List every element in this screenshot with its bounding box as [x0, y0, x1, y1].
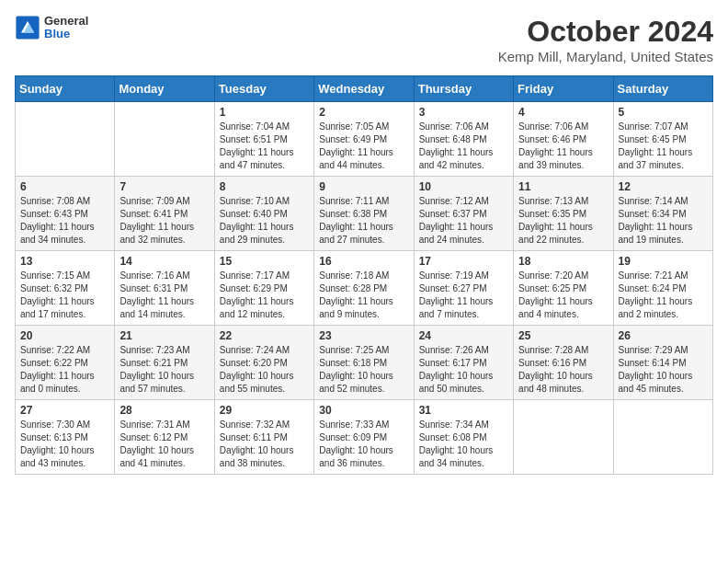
day-info: Sunrise: 7:10 AM Sunset: 6:40 PM Dayligh…: [220, 195, 309, 247]
calendar-cell: 18Sunrise: 7:20 AM Sunset: 6:25 PM Dayli…: [514, 251, 613, 326]
calendar-cell: 20Sunrise: 7:22 AM Sunset: 6:22 PM Dayli…: [16, 326, 115, 400]
calendar-cell: 9Sunrise: 7:11 AM Sunset: 6:38 PM Daylig…: [314, 177, 414, 251]
day-info: Sunrise: 7:06 AM Sunset: 6:48 PM Dayligh…: [419, 121, 508, 172]
day-number: 14: [119, 255, 209, 268]
calendar-cell: 2Sunrise: 7:05 AM Sunset: 6:49 PM Daylig…: [314, 102, 414, 177]
day-info: Sunrise: 7:05 AM Sunset: 6:49 PM Dayligh…: [319, 121, 408, 172]
calendar-cell: 5Sunrise: 7:07 AM Sunset: 6:45 PM Daylig…: [613, 102, 712, 177]
calendar-week-row: 20Sunrise: 7:22 AM Sunset: 6:22 PM Dayli…: [16, 326, 713, 400]
day-number: 21: [119, 329, 209, 342]
day-number: 3: [419, 106, 508, 119]
day-info: Sunrise: 7:32 AM Sunset: 6:11 PM Dayligh…: [220, 419, 309, 470]
day-info: Sunrise: 7:09 AM Sunset: 6:41 PM Dayligh…: [119, 195, 209, 247]
day-number: 10: [419, 180, 508, 193]
calendar-cell: 29Sunrise: 7:32 AM Sunset: 6:11 PM Dayli…: [214, 400, 313, 475]
day-info: Sunrise: 7:20 AM Sunset: 6:25 PM Dayligh…: [518, 270, 608, 321]
calendar-cell: 24Sunrise: 7:26 AM Sunset: 6:17 PM Dayli…: [414, 326, 513, 400]
day-info: Sunrise: 7:30 AM Sunset: 6:13 PM Dayligh…: [20, 419, 109, 470]
day-number: 30: [319, 404, 408, 417]
calendar-cell: 3Sunrise: 7:06 AM Sunset: 6:48 PM Daylig…: [414, 102, 513, 177]
day-info: Sunrise: 7:14 AM Sunset: 6:34 PM Dayligh…: [619, 195, 708, 247]
calendar-day-header: Sunday: [16, 76, 115, 102]
day-info: Sunrise: 7:06 AM Sunset: 6:46 PM Dayligh…: [518, 121, 608, 172]
calendar-table: SundayMondayTuesdayWednesdayThursdayFrid…: [15, 75, 713, 475]
day-info: Sunrise: 7:26 AM Sunset: 6:17 PM Dayligh…: [419, 344, 508, 396]
logo: General Blue: [15, 15, 88, 41]
day-number: 6: [20, 180, 109, 193]
calendar-cell: 19Sunrise: 7:21 AM Sunset: 6:24 PM Dayli…: [613, 251, 712, 326]
calendar-cell: 7Sunrise: 7:09 AM Sunset: 6:41 PM Daylig…: [115, 177, 214, 251]
calendar-cell: 1Sunrise: 7:04 AM Sunset: 6:51 PM Daylig…: [214, 102, 313, 177]
calendar-cell: 26Sunrise: 7:29 AM Sunset: 6:14 PM Dayli…: [613, 326, 712, 400]
day-number: 8: [220, 180, 309, 193]
day-number: 15: [220, 255, 309, 268]
calendar-week-row: 1Sunrise: 7:04 AM Sunset: 6:51 PM Daylig…: [16, 102, 713, 177]
day-info: Sunrise: 7:18 AM Sunset: 6:28 PM Dayligh…: [319, 270, 408, 321]
day-info: Sunrise: 7:07 AM Sunset: 6:45 PM Dayligh…: [619, 121, 708, 172]
calendar-cell: 21Sunrise: 7:23 AM Sunset: 6:21 PM Dayli…: [115, 326, 214, 400]
day-number: 29: [220, 404, 309, 417]
calendar-cell: [613, 400, 712, 475]
day-number: 2: [319, 106, 408, 119]
calendar-cell: 28Sunrise: 7:31 AM Sunset: 6:12 PM Dayli…: [115, 400, 214, 475]
day-number: 17: [419, 255, 508, 268]
calendar-day-header: Wednesday: [314, 76, 414, 102]
day-number: 5: [619, 106, 708, 119]
day-info: Sunrise: 7:34 AM Sunset: 6:08 PM Dayligh…: [419, 419, 508, 470]
calendar-week-row: 27Sunrise: 7:30 AM Sunset: 6:13 PM Dayli…: [16, 400, 713, 475]
calendar-cell: 6Sunrise: 7:08 AM Sunset: 6:43 PM Daylig…: [16, 177, 115, 251]
day-info: Sunrise: 7:24 AM Sunset: 6:20 PM Dayligh…: [220, 344, 309, 396]
day-info: Sunrise: 7:19 AM Sunset: 6:27 PM Dayligh…: [419, 270, 508, 321]
day-info: Sunrise: 7:33 AM Sunset: 6:09 PM Dayligh…: [319, 419, 408, 470]
day-number: 24: [419, 329, 508, 342]
day-info: Sunrise: 7:16 AM Sunset: 6:31 PM Dayligh…: [119, 270, 209, 321]
page-header: General Blue October 2024 Kemp Mill, Mar…: [15, 15, 713, 64]
calendar-cell: 13Sunrise: 7:15 AM Sunset: 6:32 PM Dayli…: [16, 251, 115, 326]
logo-general: General: [44, 15, 88, 28]
calendar-header-row: SundayMondayTuesdayWednesdayThursdayFrid…: [16, 76, 713, 102]
day-number: 20: [20, 329, 109, 342]
day-info: Sunrise: 7:23 AM Sunset: 6:21 PM Dayligh…: [119, 344, 209, 396]
day-number: 31: [419, 404, 508, 417]
calendar-cell: 25Sunrise: 7:28 AM Sunset: 6:16 PM Dayli…: [514, 326, 613, 400]
calendar-week-row: 6Sunrise: 7:08 AM Sunset: 6:43 PM Daylig…: [16, 177, 713, 251]
day-number: 28: [119, 404, 209, 417]
calendar-cell: 14Sunrise: 7:16 AM Sunset: 6:31 PM Dayli…: [115, 251, 214, 326]
calendar-day-header: Monday: [115, 76, 214, 102]
title-block: October 2024 Kemp Mill, Maryland, United…: [498, 15, 713, 64]
day-number: 19: [619, 255, 708, 268]
day-info: Sunrise: 7:29 AM Sunset: 6:14 PM Dayligh…: [619, 344, 708, 396]
day-number: 9: [319, 180, 408, 193]
calendar-cell: [115, 102, 214, 177]
calendar-day-header: Saturday: [613, 76, 712, 102]
day-number: 25: [518, 329, 608, 342]
logo-blue: Blue: [44, 28, 88, 40]
day-number: 7: [119, 180, 209, 193]
calendar-week-row: 13Sunrise: 7:15 AM Sunset: 6:32 PM Dayli…: [16, 251, 713, 326]
day-number: 27: [20, 404, 109, 417]
day-info: Sunrise: 7:31 AM Sunset: 6:12 PM Dayligh…: [119, 419, 209, 470]
calendar-cell: 12Sunrise: 7:14 AM Sunset: 6:34 PM Dayli…: [613, 177, 712, 251]
calendar-day-header: Friday: [514, 76, 613, 102]
day-info: Sunrise: 7:08 AM Sunset: 6:43 PM Dayligh…: [20, 195, 109, 247]
logo-icon: [15, 15, 40, 40]
calendar-cell: 11Sunrise: 7:13 AM Sunset: 6:35 PM Dayli…: [514, 177, 613, 251]
day-info: Sunrise: 7:28 AM Sunset: 6:16 PM Dayligh…: [518, 344, 608, 396]
calendar-cell: 15Sunrise: 7:17 AM Sunset: 6:29 PM Dayli…: [214, 251, 313, 326]
logo-text: General Blue: [44, 15, 88, 41]
day-number: 12: [619, 180, 708, 193]
calendar-day-header: Tuesday: [214, 76, 313, 102]
day-info: Sunrise: 7:22 AM Sunset: 6:22 PM Dayligh…: [20, 344, 109, 396]
calendar-cell: 31Sunrise: 7:34 AM Sunset: 6:08 PM Dayli…: [414, 400, 513, 475]
day-number: 13: [20, 255, 109, 268]
calendar-cell: 17Sunrise: 7:19 AM Sunset: 6:27 PM Dayli…: [414, 251, 513, 326]
day-number: 1: [220, 106, 309, 119]
calendar-cell: 23Sunrise: 7:25 AM Sunset: 6:18 PM Dayli…: [314, 326, 414, 400]
day-info: Sunrise: 7:25 AM Sunset: 6:18 PM Dayligh…: [319, 344, 408, 396]
day-number: 4: [518, 106, 608, 119]
calendar-cell: [16, 102, 115, 177]
day-info: Sunrise: 7:21 AM Sunset: 6:24 PM Dayligh…: [619, 270, 708, 321]
page-subtitle: Kemp Mill, Maryland, United States: [498, 49, 713, 64]
day-number: 11: [518, 180, 608, 193]
calendar-cell: 8Sunrise: 7:10 AM Sunset: 6:40 PM Daylig…: [214, 177, 313, 251]
